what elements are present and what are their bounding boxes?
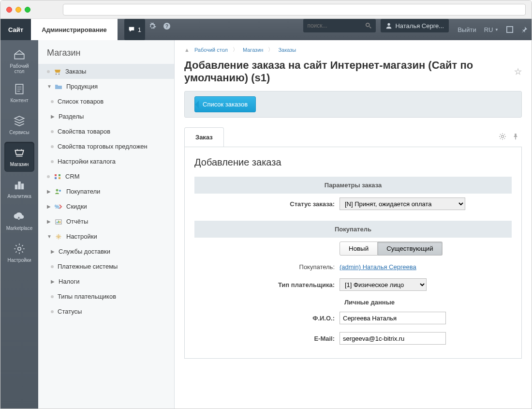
panel: Добавление заказа Параметры заказа Стату… bbox=[184, 147, 522, 359]
tree-item[interactable]: ▶Покупатели bbox=[38, 184, 174, 199]
buyer-toggle-existing[interactable]: Существующий bbox=[378, 242, 443, 256]
svg-rect-17 bbox=[55, 174, 57, 176]
cart-icon bbox=[13, 147, 26, 159]
breadcrumb-sep: 〉 bbox=[233, 46, 238, 53]
tree-item[interactable]: ▶Службы доставки bbox=[38, 244, 174, 259]
search-box[interactable] bbox=[303, 19, 376, 32]
tree-item-label: Свойства торговых предложен bbox=[58, 143, 148, 150]
tree-item-label: Настройки каталога bbox=[58, 158, 116, 165]
tree-item[interactable]: ▶%Скидки bbox=[38, 199, 174, 214]
rail-label: Marketplace bbox=[6, 226, 32, 231]
rail-label: Сервисы bbox=[9, 130, 29, 135]
breadcrumb-item[interactable]: Заказы bbox=[278, 47, 296, 53]
rail-shop[interactable]: Магазин bbox=[4, 142, 34, 172]
content-area: ▲ Рабочий стол 〉 Магазин 〉 Заказы Добавл… bbox=[175, 40, 532, 409]
svg-rect-5 bbox=[507, 27, 513, 32]
logout-link[interactable]: Выйти bbox=[454, 19, 480, 40]
panel-gear-icon[interactable] bbox=[496, 130, 509, 145]
payer-type-label: Тип плательщика: bbox=[194, 281, 340, 288]
crm-icon bbox=[54, 173, 61, 180]
folder-icon bbox=[55, 83, 62, 90]
svg-point-29 bbox=[502, 135, 504, 137]
users-icon bbox=[55, 188, 62, 195]
tree-item[interactable]: ▶Отчёты bbox=[38, 214, 174, 229]
left-rail: Рабочий стол Контент Сервисы Магазин Ана… bbox=[0, 40, 38, 409]
reports-icon bbox=[55, 218, 62, 225]
rail-desktop[interactable]: Рабочий стол bbox=[4, 46, 34, 76]
notification-badge[interactable]: 1 bbox=[124, 19, 145, 40]
status-select[interactable]: [N] Принят, ожидается оплата bbox=[340, 197, 465, 210]
url-bar[interactable] bbox=[63, 4, 526, 15]
tree-item[interactable]: Список товаров bbox=[38, 94, 174, 109]
breadcrumb-home-icon[interactable]: ▲ bbox=[184, 47, 190, 53]
breadcrumb-item[interactable]: Рабочий стол bbox=[194, 47, 228, 53]
tree-item[interactable]: Заказы bbox=[38, 64, 174, 79]
breadcrumb-sep: 〉 bbox=[268, 46, 273, 53]
cloud-icon bbox=[13, 211, 26, 223]
tree-item[interactable]: CRM bbox=[38, 169, 174, 184]
tree-item-label: Свойства товаров bbox=[58, 128, 110, 135]
tree-title: Магазин bbox=[38, 40, 174, 64]
stack-icon bbox=[13, 115, 26, 127]
panel-pin-icon[interactable] bbox=[509, 130, 522, 145]
tab-site[interactable]: Сайт bbox=[0, 19, 31, 40]
rail-marketplace[interactable]: Marketplace bbox=[4, 206, 34, 236]
help-icon[interactable]: ? bbox=[160, 19, 174, 33]
language-switch[interactable]: RU ▼ bbox=[480, 19, 502, 40]
tree-item[interactable]: Платежные системы bbox=[38, 259, 174, 274]
rail-label: Магазин bbox=[10, 162, 29, 167]
tree-item[interactable]: Типы плательщиков bbox=[38, 289, 174, 304]
tree-item-label: Покупатели bbox=[66, 188, 100, 195]
tree-item[interactable]: ▼Настройки bbox=[38, 229, 174, 244]
page-title: Добавление заказа на сайт Интернет-магаз… bbox=[175, 57, 532, 91]
rail-content[interactable]: Контент bbox=[4, 78, 34, 108]
svg-rect-26 bbox=[58, 221, 59, 223]
tree-item[interactable]: Настройки каталога bbox=[38, 154, 174, 169]
tree-item[interactable]: Свойства товаров bbox=[38, 124, 174, 139]
pin-icon[interactable] bbox=[517, 19, 532, 40]
email-label: E-Mail: bbox=[194, 335, 340, 342]
favorite-star-icon[interactable]: ☆ bbox=[514, 66, 522, 77]
browser-chrome bbox=[0, 0, 532, 19]
svg-point-2 bbox=[366, 23, 369, 27]
svg-rect-27 bbox=[59, 221, 60, 223]
orders-list-button[interactable]: Список заказов bbox=[194, 96, 256, 112]
tree-item[interactable]: ▶Налоги bbox=[38, 274, 174, 289]
discount-icon: % bbox=[55, 203, 62, 210]
tree-item[interactable]: ▼Продукция bbox=[38, 79, 174, 94]
buyer-link[interactable]: (admin) Наталья Сергеева bbox=[340, 263, 416, 271]
window-close-dot[interactable] bbox=[6, 7, 12, 13]
tree-item-label: Настройки bbox=[66, 233, 97, 240]
tree-item-label: Типы плательщиков bbox=[58, 293, 116, 300]
fullscreen-icon[interactable] bbox=[502, 19, 517, 40]
breadcrumb-item[interactable]: Магазин bbox=[243, 47, 263, 53]
settings-icon[interactable] bbox=[145, 19, 160, 33]
tree-item-label: Заказы bbox=[65, 68, 86, 75]
tree-item[interactable]: Свойства торговых предложен bbox=[38, 139, 174, 154]
gear-icon bbox=[55, 233, 62, 240]
user-menu[interactable]: Наталья Серге... bbox=[381, 19, 449, 32]
email-input[interactable] bbox=[340, 332, 446, 345]
tab-order[interactable]: Заказ bbox=[184, 127, 224, 147]
tab-admin[interactable]: Администрирование bbox=[31, 19, 118, 40]
tree-item-label: Скидки bbox=[66, 203, 87, 210]
rail-analytics[interactable]: Аналитика bbox=[4, 174, 34, 204]
fio-input[interactable] bbox=[340, 312, 446, 324]
window-minimize-dot[interactable] bbox=[15, 7, 21, 13]
rail-settings[interactable]: Настройки bbox=[4, 238, 34, 268]
tree-item-label: Разделы bbox=[59, 113, 84, 120]
personal-data-label: Личные данные bbox=[194, 299, 512, 306]
status-label: Статус заказа: bbox=[194, 200, 340, 208]
chart-icon bbox=[13, 179, 26, 191]
tree-item[interactable]: ▶Разделы bbox=[38, 109, 174, 124]
rail-services[interactable]: Сервисы bbox=[4, 110, 34, 140]
notification-count: 1 bbox=[138, 26, 141, 33]
home-icon bbox=[13, 48, 26, 61]
svg-rect-12 bbox=[18, 182, 20, 189]
window-maximize-dot[interactable] bbox=[25, 7, 30, 13]
tree-item[interactable]: Статусы bbox=[38, 304, 174, 319]
payer-type-select[interactable]: [1] Физическое лицо bbox=[340, 278, 427, 291]
search-input[interactable] bbox=[307, 22, 365, 29]
buyer-toggle-new[interactable]: Новый bbox=[340, 242, 378, 256]
svg-rect-18 bbox=[59, 174, 60, 176]
